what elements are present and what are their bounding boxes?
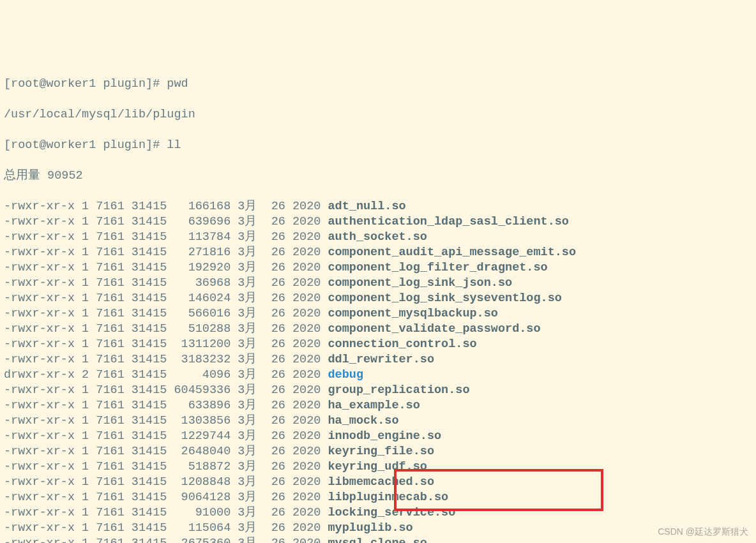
list-row: -rwxr-xr-x 1 7161 31415 166168 3月 26 202… [4, 199, 752, 214]
file-meta: -rwxr-xr-x 1 7161 31415 271816 3月 26 202… [4, 246, 328, 259]
list-row: -rwxr-xr-x 1 7161 31415 115064 3月 26 202… [4, 521, 752, 536]
file-name: component_log_filter_dragnet.so [328, 261, 547, 274]
file-meta: -rwxr-xr-x 1 7161 31415 192920 3月 26 202… [4, 261, 328, 274]
file-name: ha_example.so [328, 399, 420, 412]
file-meta: -rwxr-xr-x 1 7161 31415 36968 3月 26 2020 [4, 276, 328, 290]
list-row: -rwxr-xr-x 1 7161 31415 113784 3月 26 202… [4, 230, 752, 245]
list-row: -rwxr-xr-x 1 7161 31415 271816 3月 26 202… [4, 245, 752, 260]
file-name: component_validate_password.so [328, 322, 540, 336]
file-name: mypluglib.so [328, 521, 412, 535]
file-meta: -rwxr-xr-x 1 7161 31415 639696 3月 26 202… [4, 215, 328, 228]
list-row: -rwxr-xr-x 1 7161 31415 9064128 3月 26 20… [4, 490, 752, 505]
list-row: -rwxr-xr-x 1 7161 31415 146024 3月 26 202… [4, 291, 752, 306]
list-row: -rwxr-xr-x 1 7161 31415 1303856 3月 26 20… [4, 413, 752, 429]
list-row: drwxr-xr-x 2 7161 31415 4096 3月 26 2020 … [4, 368, 752, 383]
list-row: -rwxr-xr-x 1 7161 31415 518872 3月 26 202… [4, 459, 752, 475]
list-row: -rwxr-xr-x 1 7161 31415 2648040 3月 26 20… [4, 444, 752, 459]
file-meta: -rwxr-xr-x 1 7161 31415 2648040 3月 26 20… [4, 445, 328, 458]
file-meta: -rwxr-xr-x 1 7161 31415 3183232 3月 26 20… [4, 353, 328, 366]
file-name: debug [328, 368, 363, 382]
file-meta: drwxr-xr-x 2 7161 31415 4096 3月 26 2020 [4, 368, 328, 382]
file-meta: -rwxr-xr-x 1 7161 31415 60459336 3月 26 2… [4, 383, 328, 397]
file-name: ddl_rewriter.so [328, 353, 434, 366]
file-name: libpluginmecab.so [328, 491, 448, 504]
total-line: 总用量 90952 [4, 168, 752, 184]
file-meta: -rwxr-xr-x 1 7161 31415 518872 3月 26 202… [4, 460, 328, 473]
list-row: -rwxr-xr-x 1 7161 31415 1229744 3月 26 20… [4, 429, 752, 444]
file-name: libmemcached.so [328, 475, 434, 489]
list-row: -rwxr-xr-x 1 7161 31415 2675360 3月 26 20… [4, 536, 752, 543]
file-name: keyring_udf.so [328, 460, 427, 473]
file-meta: -rwxr-xr-x 1 7161 31415 9064128 3月 26 20… [4, 491, 328, 504]
list-row: -rwxr-xr-x 1 7161 31415 566016 3月 26 202… [4, 306, 752, 322]
list-row: -rwxr-xr-x 1 7161 31415 633896 3月 26 202… [4, 398, 752, 413]
list-row: -rwxr-xr-x 1 7161 31415 60459336 3月 26 2… [4, 383, 752, 398]
file-meta: -rwxr-xr-x 1 7161 31415 113784 3月 26 202… [4, 230, 328, 244]
list-row: -rwxr-xr-x 1 7161 31415 192920 3月 26 202… [4, 260, 752, 276]
prompt-line: [root@worker1 plugin]# pwd [4, 77, 752, 92]
file-name: mysql_clone.so [328, 537, 427, 543]
file-meta: -rwxr-xr-x 1 7161 31415 510288 3月 26 202… [4, 322, 328, 336]
prompt-line: [root@worker1 plugin]# ll [4, 138, 752, 153]
file-name: component_mysqlbackup.so [328, 307, 497, 320]
file-name: ha_mock.so [328, 414, 398, 428]
file-name: locking_service.so [328, 506, 455, 519]
list-row: -rwxr-xr-x 1 7161 31415 1311200 3月 26 20… [4, 337, 752, 352]
file-name: component_audit_api_message_emit.so [328, 246, 576, 259]
list-row: -rwxr-xr-x 1 7161 31415 91000 3月 26 2020… [4, 505, 752, 521]
file-meta: -rwxr-xr-x 1 7161 31415 91000 3月 26 2020 [4, 506, 328, 519]
list-row: -rwxr-xr-x 1 7161 31415 639696 3月 26 202… [4, 214, 752, 230]
file-name: adt_null.so [328, 200, 405, 213]
list-row: -rwxr-xr-x 1 7161 31415 1208848 3月 26 20… [4, 475, 752, 490]
list-row: -rwxr-xr-x 1 7161 31415 3183232 3月 26 20… [4, 352, 752, 368]
list-row: -rwxr-xr-x 1 7161 31415 36968 3月 26 2020… [4, 276, 752, 291]
list-row: -rwxr-xr-x 1 7161 31415 510288 3月 26 202… [4, 322, 752, 337]
file-meta: -rwxr-xr-x 1 7161 31415 2675360 3月 26 20… [4, 537, 328, 543]
file-meta: -rwxr-xr-x 1 7161 31415 566016 3月 26 202… [4, 307, 328, 320]
file-name: authentication_ldap_sasl_client.so [328, 215, 568, 228]
command-pwd: pwd [167, 77, 188, 91]
file-meta: -rwxr-xr-x 1 7161 31415 166168 3月 26 202… [4, 200, 328, 213]
file-listing: -rwxr-xr-x 1 7161 31415 166168 3月 26 202… [4, 199, 752, 543]
file-name: group_replication.so [328, 383, 469, 397]
file-meta: -rwxr-xr-x 1 7161 31415 1311200 3月 26 20… [4, 338, 328, 351]
file-name: innodb_engine.so [328, 429, 441, 443]
shell-prompt: [root@worker1 plugin]# [4, 138, 167, 152]
file-meta: -rwxr-xr-x 1 7161 31415 633896 3月 26 202… [4, 399, 328, 412]
file-meta: -rwxr-xr-x 1 7161 31415 146024 3月 26 202… [4, 292, 328, 305]
file-name: component_log_sink_syseventlog.so [328, 292, 561, 305]
terminal-output: [root@worker1 plugin]# pwd /usr/local/my… [0, 61, 756, 543]
shell-prompt: [root@worker1 plugin]# [4, 77, 167, 91]
file-meta: -rwxr-xr-x 1 7161 31415 115064 3月 26 202… [4, 521, 328, 535]
file-meta: -rwxr-xr-x 1 7161 31415 1229744 3月 26 20… [4, 429, 328, 443]
file-name: connection_control.so [328, 338, 476, 351]
file-meta: -rwxr-xr-x 1 7161 31415 1303856 3月 26 20… [4, 414, 328, 428]
file-meta: -rwxr-xr-x 1 7161 31415 1208848 3月 26 20… [4, 475, 328, 489]
file-name: auth_socket.so [328, 230, 427, 244]
pwd-output: /usr/local/mysql/lib/plugin [4, 107, 752, 123]
file-name: component_log_sink_json.so [328, 276, 512, 290]
command-ll: ll [167, 138, 181, 152]
file-name: keyring_file.so [328, 445, 434, 458]
csdn-watermark: CSDN @廷达罗斯猎犬 [658, 524, 748, 539]
